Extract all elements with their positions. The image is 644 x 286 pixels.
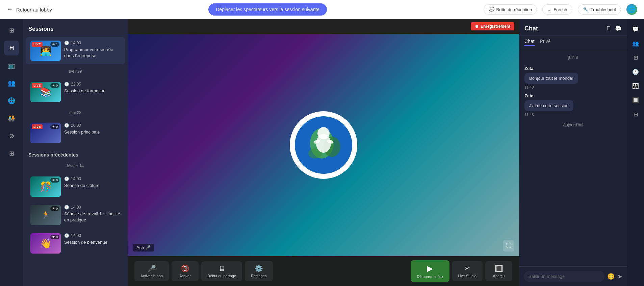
camera-off-icon: 📵 xyxy=(181,264,189,272)
mute-label: Activer le son xyxy=(140,274,163,278)
presenter-label: Ash 🎤 xyxy=(133,244,154,252)
sidebar-icons: ⊞ 🖥 📺 👥 🌐 🧑‍🤝‍🧑 ⊘ ⊞ xyxy=(0,19,23,286)
chat-header-icons: 🗒 💬 xyxy=(606,25,622,32)
session-name: Séance de clôture xyxy=(64,183,120,189)
tab-private-chat[interactable]: Privé xyxy=(540,39,551,46)
sidebar-icon-tv[interactable]: 📺 xyxy=(4,58,19,73)
session-thumbnail: 👁 0 🏃 xyxy=(30,205,61,225)
chat-header: Chat 🗒 💬 xyxy=(519,19,627,36)
rs-chat-icon[interactable]: 💬 xyxy=(629,23,642,35)
troubleshoot-button[interactable]: 🔧 Troubleshoot xyxy=(578,4,621,15)
expand-button[interactable]: ⛶ xyxy=(503,240,514,252)
language-label: French xyxy=(553,7,567,12)
clock-icon: 🕐 xyxy=(64,205,69,210)
play-icon: ▶ xyxy=(427,264,433,273)
message-time: 11:48 xyxy=(524,113,622,117)
video-controls: 🎤̶ Activer le son 📵 Activer 🖥 Début du p… xyxy=(128,256,519,286)
go-live-label: Démarrer le flux xyxy=(417,275,443,279)
topbar: ← Retour au lobby Déplacer les spectateu… xyxy=(0,0,644,19)
toggle-camera-button[interactable]: 📵 Activer xyxy=(172,261,199,281)
clock-icon: 🕐 xyxy=(64,41,69,45)
troubleshoot-label: Troubleshoot xyxy=(591,7,616,12)
preview-button[interactable]: 🔳 Aperçu xyxy=(485,261,512,281)
clock-icon: 🕐 xyxy=(64,233,69,238)
session-item[interactable]: 👁 0 🏃 🕐 14:00 Séance de travail 1 : L'ag… xyxy=(26,201,125,229)
message-bubble: Bonjour tout le monde! xyxy=(524,73,578,84)
session-thumbnail: 👁 0 🎊 xyxy=(30,176,61,197)
session-time: 🕐 14:00 xyxy=(64,205,120,210)
chat-input[interactable] xyxy=(524,271,604,282)
language-button[interactable]: ⌄ French xyxy=(542,4,572,15)
session-item[interactable]: LIVE 👁 0 🕐 20:00 Session principale xyxy=(26,120,125,147)
save-icon[interactable]: 🗒 xyxy=(606,25,612,32)
chat-panel: Chat 🗒 💬 Chat Privé juin 8 Zeta Bonjour … xyxy=(519,19,627,286)
sidebar-icon-person[interactable]: 🧑‍🤝‍🧑 xyxy=(4,111,19,126)
session-item[interactable]: 👁 0 🎊 🕐 14:00 Séance de clôture xyxy=(26,173,125,200)
view-count: 👁 0 xyxy=(50,235,59,239)
session-time: 🕐 14:00 xyxy=(64,41,120,45)
date-separator: février 14 xyxy=(23,161,128,171)
tab-public-chat[interactable]: Chat xyxy=(524,39,535,46)
sidebar-icon-grid[interactable]: ⊞ xyxy=(4,23,19,38)
rs-table-icon[interactable]: ⊞ xyxy=(629,51,642,64)
session-info: 🕐 14:00 Séance de travail 1 : L'agilité … xyxy=(64,205,120,223)
wrench-icon: 🔧 xyxy=(583,7,589,12)
sidebar-icon-monitor[interactable]: 🖥 xyxy=(4,41,19,55)
camera-label: Activer xyxy=(179,274,191,278)
right-sidebar: 💬 👥 ⊞ 🕐 👨‍👩‍👧 🔲 ⊟ xyxy=(627,19,644,286)
back-arrow-icon[interactable]: ← xyxy=(7,6,13,13)
chat-input-area: 😊 ➤ xyxy=(519,266,627,286)
clock-icon: 🕐 xyxy=(64,82,69,87)
start-share-button[interactable]: 🖥 Début du partage xyxy=(201,261,242,281)
rs-layers-icon[interactable]: 🔲 xyxy=(629,94,642,106)
svg-point-5 xyxy=(316,134,331,153)
chat-title: Chat xyxy=(524,25,538,32)
view-count: 👁 1 xyxy=(50,42,59,47)
session-info: 🕐 14:00 Programmer votre entrée dans l'e… xyxy=(64,41,120,59)
record-icon: ⏺ xyxy=(475,24,479,29)
topbar-left: ← Retour au lobby xyxy=(7,6,52,13)
view-count: 👁 0 xyxy=(50,178,59,183)
sidebar-icon-users[interactable]: 👥 xyxy=(4,76,19,91)
chat-messages: juin 8 Zeta Bonjour tout le monde! 11:48… xyxy=(519,49,627,266)
mute-audio-button[interactable]: 🎤̶ Activer le son xyxy=(134,261,169,281)
rs-grid-icon[interactable]: ⊟ xyxy=(629,108,642,120)
session-name: Session de bienvenue xyxy=(64,239,120,245)
rs-group-icon[interactable]: 👨‍👩‍👧 xyxy=(629,80,642,92)
session-item[interactable]: LIVE 👁 1 🧑‍💻 🕐 14:00 Programmer votre en… xyxy=(26,37,125,64)
go-live-button[interactable]: ▶ Démarrer le flux xyxy=(411,260,449,282)
live-studio-button[interactable]: ✂ Live Studio xyxy=(452,261,483,281)
sidebar-icon-table[interactable]: ⊞ xyxy=(4,146,19,161)
message-sender: Zeta xyxy=(524,66,622,71)
move-spectators-button[interactable]: Déplacer les spectateurs vers la session… xyxy=(208,3,327,16)
date-separator: mai 28 xyxy=(23,108,128,118)
sessions-panel: Sessions LIVE 👁 1 🧑‍💻 🕐 14:00 Programmer… xyxy=(23,19,128,286)
session-info: 🕐 22:05 Session de formation xyxy=(64,82,120,94)
rs-clock-icon[interactable]: 🕐 xyxy=(629,66,642,78)
sidebar-icon-globe[interactable]: 🌐 xyxy=(4,93,19,108)
session-thumbnail: LIVE 👁 1 🧑‍💻 xyxy=(30,41,61,61)
send-button[interactable]: ➤ xyxy=(617,273,622,280)
message-time: 11:48 xyxy=(524,85,622,89)
back-label[interactable]: Retour au lobby xyxy=(16,7,52,13)
message-sender: Zeta xyxy=(524,93,622,98)
chat-tabs: Chat Privé xyxy=(519,36,627,49)
rs-people-icon[interactable]: 👥 xyxy=(629,37,642,49)
chat-message-1: Zeta Bonjour tout le monde! 11:48 xyxy=(524,66,622,89)
session-info: 🕐 20:00 Session principale xyxy=(64,123,120,135)
emoji-button[interactable]: 😊 xyxy=(607,273,615,280)
session-name: Séance de travail 1 : L'agilité en prati… xyxy=(64,211,120,223)
inbox-button[interactable]: 💬 Boîte de réception xyxy=(484,4,537,15)
date-separator-today: Aujourd'hui xyxy=(524,123,622,127)
video-top-bar: ⏺ Enregistrement xyxy=(128,19,519,34)
user-avatar[interactable]: 🌐 xyxy=(626,4,637,15)
session-info: 🕐 14:00 Session de bienvenue xyxy=(64,233,120,245)
sidebar-icon-layers[interactable]: ⊘ xyxy=(4,128,19,143)
settings-button[interactable]: ⚙️ Réglages xyxy=(245,261,273,281)
session-name: Session de formation xyxy=(64,88,120,94)
session-item[interactable]: LIVE 👁 0 📚 🕐 22:05 Session de formation xyxy=(26,78,125,105)
recording-badge: ⏺ Enregistrement xyxy=(471,22,514,30)
session-time: 🕐 20:00 xyxy=(64,123,120,128)
session-item[interactable]: 👁 0 👋 🕐 14:00 Session de bienvenue xyxy=(26,230,125,257)
chat-bubble-icon[interactable]: 💬 xyxy=(615,25,622,32)
